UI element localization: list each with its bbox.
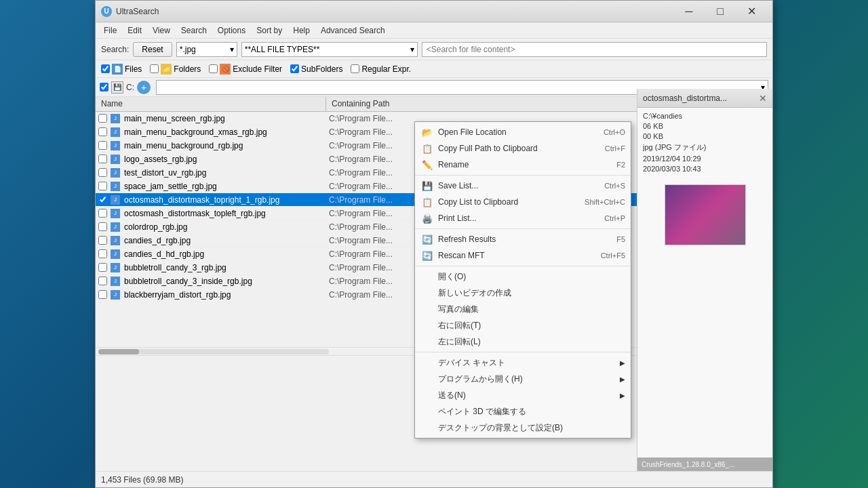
exclude-filter[interactable]: 🚫 Exclude Filter xyxy=(209,64,282,75)
toolbar: Search: Reset *.jpg ▾ **ALL FILE TYPES**… xyxy=(96,39,772,60)
context-menu-print-list[interactable]: 🖨️ Print List... Ctrl+P xyxy=(415,210,631,226)
menu-view[interactable]: View xyxy=(147,24,176,37)
context-menu-open-location[interactable]: 📂 Open File Location Ctrl+O xyxy=(415,124,631,140)
reset-button[interactable]: Reset xyxy=(133,42,172,57)
submenu-arrow-icon: ▶ xyxy=(620,375,625,383)
row-checkbox[interactable] xyxy=(98,249,107,258)
file-type-icon: J xyxy=(111,168,120,178)
menu-item-icon xyxy=(420,302,434,316)
menu-item-icon: 📋 xyxy=(420,195,434,209)
row-icon-col: J xyxy=(109,141,121,150)
context-menu-save-list[interactable]: 💾 Save List... Ctrl+S xyxy=(415,178,631,194)
menu-bar: File Edit View Search Options Sort by He… xyxy=(96,22,772,39)
close-button[interactable]: ✕ xyxy=(736,1,767,22)
add-location-button[interactable]: + xyxy=(137,81,151,94)
context-menu-new-video[interactable]: 新しいビデオの作成 xyxy=(415,285,631,301)
row-checkbox[interactable] xyxy=(98,141,107,150)
row-checkbox[interactable] xyxy=(98,263,107,272)
status-bar: 1,453 Files (69.98 MB) xyxy=(96,471,772,487)
context-menu-edit-photo[interactable]: 写真の編集 xyxy=(415,301,631,317)
exclude-checkbox[interactable] xyxy=(209,64,218,73)
file-name: octosmash_distortmask_topright_1_rgb.jpg xyxy=(121,195,326,205)
menu-item-icon: 🖨️ xyxy=(420,211,434,225)
menu-item-label: Copy List to Clipboard xyxy=(438,197,580,207)
row-checkbox[interactable] xyxy=(98,127,107,136)
menu-separator xyxy=(415,352,631,352)
menu-advanced-search[interactable]: Advanced Search xyxy=(315,24,391,37)
folders-checkbox[interactable] xyxy=(150,64,159,73)
subfolders-filter[interactable]: SubFolders xyxy=(290,64,342,74)
drive-c-label: C: xyxy=(126,83,134,92)
menu-item-label: デスクトップの背景として設定(B) xyxy=(438,422,625,434)
row-checkbox[interactable] xyxy=(98,277,107,285)
content-search-input[interactable] xyxy=(422,42,767,57)
window-title: UltraSearch xyxy=(116,7,673,16)
preview-title: octosmash_distortma... xyxy=(643,94,727,103)
file-name: space_jam_settle_rgb.jpg xyxy=(121,182,326,191)
context-menu-send-to[interactable]: 送る(N) ▶ xyxy=(415,387,631,403)
context-menu-paint3d[interactable]: ペイント 3D で編集する xyxy=(415,403,631,420)
context-menu-set-wallpaper[interactable]: デスクトップの背景として設定(B) xyxy=(415,420,631,436)
context-menu-rename[interactable]: ✏️ Rename F2 xyxy=(415,157,631,173)
menu-item-label: 開く(O) xyxy=(438,271,625,283)
file-type-icon: J xyxy=(111,249,120,259)
subfolders-checkbox[interactable] xyxy=(290,64,299,73)
context-menu-refresh[interactable]: 🔄 Refresh Results F5 xyxy=(415,231,631,247)
status-text: 1,453 Files (69.98 MB) xyxy=(101,475,183,485)
regex-checkbox[interactable] xyxy=(351,64,359,73)
context-menu-copy-full-path[interactable]: 📋 Copy Full Path to Clipboard Ctrl+F xyxy=(415,140,631,157)
row-checkbox[interactable] xyxy=(98,236,107,245)
menu-item-shortcut: Ctrl+F5 xyxy=(601,251,625,260)
menu-item-shortcut: F2 xyxy=(616,161,625,169)
row-icon-col: J xyxy=(109,168,121,178)
menu-help[interactable]: Help xyxy=(288,24,315,37)
row-checkbox[interactable] xyxy=(98,114,107,123)
menu-options[interactable]: Options xyxy=(212,24,251,37)
row-checkbox[interactable] xyxy=(98,182,107,190)
row-checkbox[interactable] xyxy=(98,290,107,299)
regex-filter[interactable]: Regular Expr. xyxy=(351,64,411,74)
file-name: main_menu_background_rgb.jpg xyxy=(121,141,326,150)
preview-modified: 2020/03/03 10:43 xyxy=(643,165,767,173)
row-checkbox[interactable] xyxy=(98,209,107,218)
minimize-button[interactable]: ─ xyxy=(673,1,705,22)
menu-search[interactable]: Search xyxy=(176,24,212,37)
menu-item-icon xyxy=(420,335,434,348)
menu-edit[interactable]: Edit xyxy=(122,24,147,37)
folders-filter[interactable]: 📁 Folders xyxy=(150,64,201,75)
row-icon-col: J xyxy=(109,155,121,164)
menu-file[interactable]: File xyxy=(98,24,122,37)
preview-close-button[interactable]: ✕ xyxy=(759,93,767,104)
row-checkbox-col xyxy=(96,141,109,150)
context-menu-rescan-mft[interactable]: 🔄 Rescan MFT Ctrl+F5 xyxy=(415,247,631,264)
menu-item-icon: 🔄 xyxy=(420,249,434,262)
app-icon: U xyxy=(101,6,112,17)
title-bar: U UltraSearch ─ □ ✕ xyxy=(96,1,772,22)
row-checkbox-col xyxy=(96,155,109,163)
row-checkbox[interactable] xyxy=(98,195,107,204)
menu-item-label: Refresh Results xyxy=(438,235,612,244)
context-menu-copy-list[interactable]: 📋 Copy List to Clipboard Shift+Ctrl+C xyxy=(415,194,631,210)
context-menu-open-jp[interactable]: 開く(O) xyxy=(415,268,631,285)
files-filter[interactable]: 📄 Files xyxy=(101,64,142,75)
context-menu-cast-device[interactable]: デバイス キャスト ▶ xyxy=(415,354,631,371)
context-menu-rotate-left[interactable]: 左に回転(L) xyxy=(415,333,631,350)
scroll-thumb[interactable] xyxy=(98,349,139,354)
search-pattern-combo[interactable]: *.jpg ▾ xyxy=(176,42,237,57)
filetype-combo[interactable]: **ALL FILE TYPES** ▾ xyxy=(241,42,418,57)
menu-item-label: 右に回転(T) xyxy=(438,320,625,331)
filter-bar: 📄 Files 📁 Folders 🚫 Exclude Filter SubFo… xyxy=(96,60,772,78)
row-checkbox[interactable] xyxy=(98,222,107,231)
menu-sortby[interactable]: Sort by xyxy=(251,24,288,37)
drive-c-checkbox[interactable] xyxy=(100,83,108,92)
maximize-button[interactable]: □ xyxy=(705,1,736,22)
menu-item-icon xyxy=(420,388,434,402)
row-checkbox[interactable] xyxy=(98,155,107,163)
context-menu-rotate-right[interactable]: 右に回転(T) xyxy=(415,317,631,333)
row-checkbox[interactable] xyxy=(98,168,107,177)
context-menu-open-with[interactable]: プログラムから開く(H) ▶ xyxy=(415,371,631,387)
preview-location: C:\¥candies xyxy=(643,112,767,120)
name-column-header[interactable]: Name xyxy=(96,97,326,111)
files-checkbox[interactable] xyxy=(101,64,110,73)
menu-item-label: 写真の編集 xyxy=(438,304,625,315)
